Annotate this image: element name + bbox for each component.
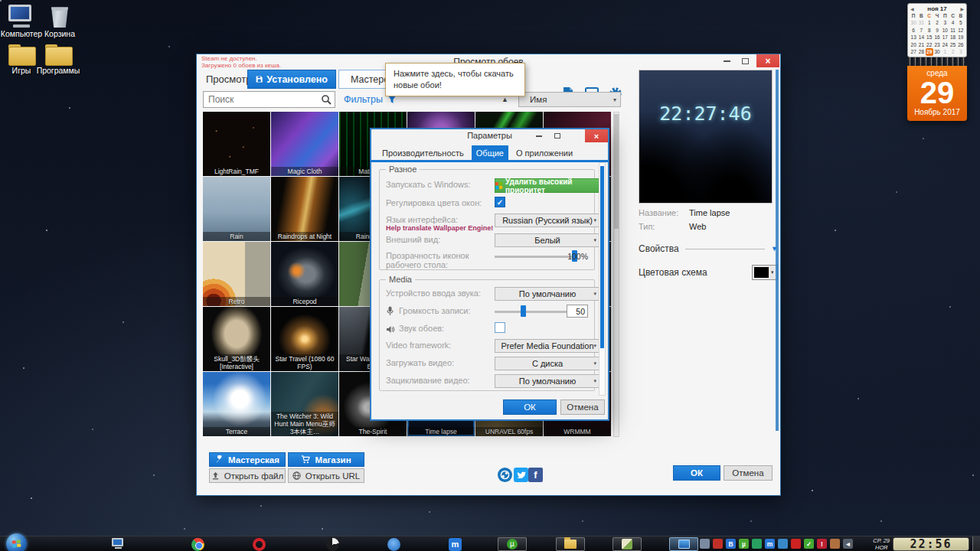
red-square-tray-icon[interactable] (791, 539, 801, 549)
dialog-scrollbar[interactable] (599, 162, 606, 396)
sort-ascending-icon[interactable]: ▲ (501, 96, 508, 103)
audio-input-dropdown[interactable]: По умолчанию▾ (495, 287, 600, 301)
utorrent-tray-icon[interactable]: µ (739, 539, 749, 549)
clipboard-tray-icon[interactable] (830, 539, 840, 549)
open-file-button[interactable]: Открыть файл (209, 468, 286, 483)
calendar-date[interactable]: 27 (910, 48, 917, 56)
calendar-date[interactable]: 26 (957, 41, 965, 49)
calendar-date[interactable]: 18 (949, 34, 956, 41)
wallpaper-tile[interactable]: LightRain_TMF (203, 112, 270, 176)
remove-high-priority-button[interactable]: Удалить высокий приоритет (495, 178, 600, 193)
show-desktop-button[interactable] (972, 536, 980, 551)
grid-scrollbar[interactable] (613, 112, 619, 437)
calendar-date[interactable]: 21 (917, 41, 925, 49)
calendar-prev-icon[interactable]: ◀ (910, 6, 914, 11)
start-button[interactable] (6, 533, 27, 551)
red-flag-tray-icon[interactable]: ! (817, 539, 827, 549)
calendar-date[interactable]: 31 (917, 19, 925, 27)
desktop-icon-programs[interactable]: Программы (34, 44, 83, 75)
calendar-date[interactable]: 10 (941, 27, 949, 34)
workshop-button[interactable]: Мастерская (209, 452, 286, 467)
network-shield-tray-icon[interactable] (778, 539, 788, 549)
tab-installed[interactable]: Установлено (247, 70, 336, 89)
panel-scrollbar[interactable] (776, 70, 779, 431)
calendar-date[interactable]: 12 (957, 27, 965, 34)
minimize-button[interactable] (717, 54, 736, 67)
wallpaper-tile[interactable]: Skull_3D骷髅头 [Interactive] (203, 307, 270, 371)
calendar-date[interactable]: 29 (926, 48, 933, 56)
calendar-date[interactable]: 28 (917, 48, 925, 56)
wallpaper-tile[interactable]: Retro (203, 242, 270, 306)
calendar-date[interactable]: 5 (957, 19, 965, 27)
sort-dropdown[interactable]: Имя ▾ (518, 92, 621, 107)
maxthon-icon[interactable]: m (449, 538, 462, 551)
search-input[interactable] (204, 92, 318, 107)
calendar-date[interactable]: 15 (926, 34, 933, 41)
calendar-date[interactable]: 22 (926, 41, 933, 49)
video-framework-dropdown[interactable]: Prefer Media Foundation▾ (495, 339, 600, 353)
facebook-icon[interactable]: f (528, 468, 543, 482)
display-quicklaunch-icon[interactable] (112, 538, 125, 551)
translate-link[interactable]: Help translate Wallpaper Engine! (386, 224, 493, 232)
calendar-date[interactable]: 30 (933, 48, 941, 56)
language-dropdown[interactable]: Russian (Русский язык)▾ (495, 214, 600, 227)
wallpaper-tile[interactable]: The Witcher 3: Wild Hunt Main Menu巫师3本体主… (271, 372, 338, 436)
wallpaper-tile[interactable]: Raindrops at Night (271, 177, 338, 241)
chrome-icon[interactable] (191, 538, 204, 551)
red-app-tray-icon[interactable] (713, 539, 723, 549)
green-swirl-tray-icon[interactable] (752, 539, 762, 549)
calendar-date[interactable]: 9 (933, 27, 941, 34)
calendar-date[interactable]: 30 (910, 19, 917, 27)
calendar-date[interactable]: 1 (926, 19, 933, 27)
color-scheme-picker[interactable]: ▾ (752, 265, 778, 280)
lcd-clock[interactable]: 22:56 (893, 537, 969, 551)
steam-social-icon[interactable] (498, 468, 512, 482)
wallpaper-tile[interactable]: Rain (203, 177, 270, 241)
calendar-date[interactable]: 8 (926, 27, 933, 34)
load-video-dropdown[interactable]: С диска▾ (495, 357, 600, 370)
dialog-cancel-button[interactable]: Отмена (560, 399, 605, 415)
appearance-dropdown[interactable]: Белый▾ (495, 233, 600, 247)
wallpaper-tile[interactable]: Star Travel (1080 60 FPS) (271, 307, 338, 371)
calendar-date[interactable]: 4 (949, 19, 956, 27)
tray-date[interactable]: СР. 29 НОЯ (873, 537, 890, 551)
dialog-minimize-button[interactable] (531, 129, 547, 142)
grid-tray-icon[interactable] (700, 539, 710, 549)
open-url-button[interactable]: Открыть URL (288, 468, 364, 483)
calendar-next-icon[interactable]: ▶ (960, 6, 964, 11)
calendar-date[interactable]: 25 (949, 41, 956, 49)
record-volume-input[interactable]: 50 (567, 305, 588, 318)
explorer-taskbar-button[interactable] (556, 537, 585, 551)
antivirus-check-tray-icon[interactable]: ✓ (804, 539, 814, 549)
wallpaper-sound-checkbox[interactable] (495, 322, 505, 333)
calendar-date[interactable]: 7 (917, 27, 925, 34)
wallpaper-tile[interactable]: Ricepod (271, 242, 338, 306)
window-color-checkbox[interactable]: ✓ (495, 197, 505, 207)
calendar-date[interactable]: 6 (910, 27, 917, 34)
search-icon[interactable] (321, 94, 332, 105)
dialog-ok-button[interactable]: ОК (503, 399, 557, 415)
dark-circle-app-icon[interactable] (326, 538, 339, 551)
opera-icon[interactable] (253, 538, 266, 551)
calendar-date[interactable]: 2 (949, 48, 956, 56)
tab-performance[interactable]: Производительность (377, 145, 469, 160)
wallpaper-engine-taskbar-button[interactable] (669, 537, 698, 551)
calendar-date[interactable]: 13 (910, 34, 917, 41)
twitter-icon[interactable] (514, 468, 528, 482)
calendar-date[interactable]: 1 (941, 48, 949, 56)
video-loop-dropdown[interactable]: По умолчанию▾ (495, 374, 600, 388)
calendar-date[interactable]: 2 (933, 19, 941, 27)
calendar-date[interactable]: 16 (933, 34, 941, 41)
close-button[interactable]: × (756, 54, 779, 67)
icon-opacity-slider[interactable] (495, 249, 577, 263)
calendar-date[interactable]: 11 (949, 27, 956, 34)
volume-tray-icon[interactable]: ◄ (843, 539, 853, 549)
calendar-date[interactable]: 19 (957, 34, 965, 41)
calendar-date[interactable]: 23 (933, 41, 941, 49)
dialog-maximize-button[interactable] (550, 129, 565, 142)
bluetooth-icon[interactable]: B (726, 539, 736, 549)
calendar-date[interactable]: 17 (941, 34, 949, 41)
maxthon-tray-icon[interactable]: m (765, 539, 775, 549)
photo-app-taskbar-button[interactable] (612, 537, 642, 551)
calendar-date[interactable]: 24 (941, 41, 949, 49)
